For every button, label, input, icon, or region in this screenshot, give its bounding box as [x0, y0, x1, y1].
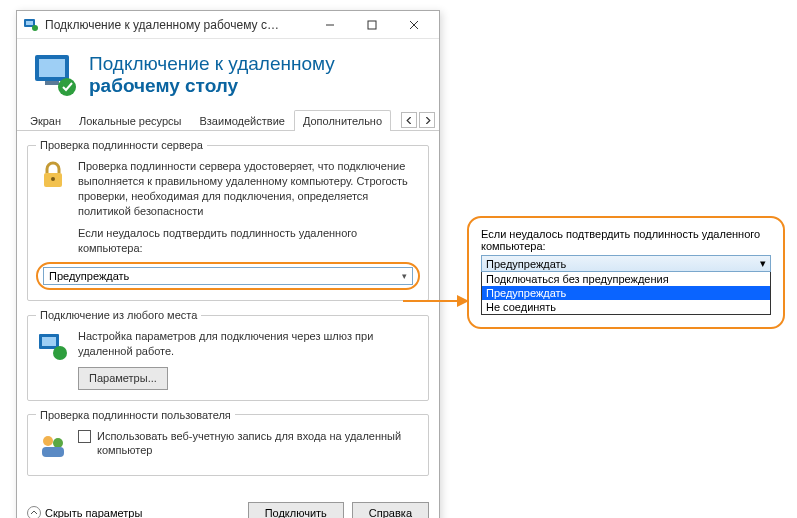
svg-point-10 [58, 78, 76, 96]
group-server-auth: Проверка подлинности сервера Проверка по… [27, 139, 429, 301]
svg-rect-14 [42, 337, 56, 346]
web-account-checkbox[interactable]: Использовать веб-учетную запись для вход… [78, 429, 420, 459]
hide-options-link[interactable]: Скрыть параметры [27, 506, 142, 518]
checkbox-label: Использовать веб-учетную запись для вход… [97, 429, 420, 459]
close-button[interactable] [393, 12, 435, 38]
svg-rect-18 [42, 447, 64, 457]
tab-screen[interactable]: Экран [21, 110, 70, 131]
svg-point-16 [43, 436, 53, 446]
callout-prompt: Если неудалось подтвердить подлинность у… [481, 228, 771, 252]
tab-local-resources[interactable]: Локальные ресурсы [70, 110, 190, 131]
users-icon [36, 429, 70, 465]
maximize-button[interactable] [351, 12, 393, 38]
tab-scroll [401, 112, 435, 130]
callout-arrow-icon [403, 300, 467, 302]
chevron-up-icon [27, 506, 41, 518]
svg-point-2 [32, 25, 38, 31]
group-user-auth-legend: Проверка подлинности пользователя [36, 409, 235, 421]
titlebar[interactable]: Подключение к удаленному рабочему с… [17, 11, 439, 39]
connect-button[interactable]: Подключить [248, 502, 344, 518]
gateway-description: Настройка параметров для подключения чер… [78, 329, 420, 359]
chevron-down-icon: ▾ [760, 257, 766, 270]
dropdown-highlight: Предупреждать ▾ [36, 262, 420, 290]
tab-advanced[interactable]: Дополнительно [294, 110, 391, 131]
minimize-button[interactable] [309, 12, 351, 38]
tab-scroll-left[interactable] [401, 112, 417, 128]
server-auth-prompt: Если неудалось подтвердить подлинность у… [78, 226, 420, 256]
group-server-auth-legend: Проверка подлинности сервера [36, 139, 207, 151]
group-gateway: Подключение из любого места Настройка па… [27, 309, 429, 401]
svg-rect-9 [45, 81, 59, 85]
footer: Скрыть параметры Подключить Справка [17, 494, 439, 518]
banner-title: Подключение к удаленному рабочему столу [89, 53, 335, 97]
rdc-window: Подключение к удаленному рабочему с… Под… [16, 10, 440, 518]
app-icon [23, 17, 39, 33]
callout-option[interactable]: Предупреждать [482, 286, 770, 300]
window-title: Подключение к удаленному рабочему с… [45, 18, 309, 32]
callout-option[interactable]: Подключаться без предупреждения [482, 272, 770, 286]
svg-point-12 [51, 177, 55, 181]
svg-rect-4 [368, 21, 376, 29]
tabstrip: Экран Локальные ресурсы Взаимодействие Д… [17, 109, 439, 131]
gateway-icon [36, 329, 70, 365]
tab-content: Проверка подлинности сервера Проверка по… [17, 131, 439, 494]
dropdown-selected-label: Предупреждать [49, 270, 129, 282]
callout-options-list: Подключаться без предупреждения Предупре… [481, 272, 771, 315]
chevron-down-icon: ▾ [402, 271, 407, 281]
svg-point-15 [53, 346, 67, 360]
lock-icon [36, 159, 70, 195]
tab-interaction[interactable]: Взаимодействие [190, 110, 293, 131]
gateway-settings-button[interactable]: Параметры... [78, 367, 168, 390]
help-button[interactable]: Справка [352, 502, 429, 518]
auth-fail-dropdown[interactable]: Предупреждать ▾ [43, 267, 413, 285]
callout-selected-label: Предупреждать [486, 258, 566, 270]
banner: Подключение к удаленному рабочему столу [17, 39, 439, 109]
callout-dropdown[interactable]: Предупреждать ▾ [481, 255, 771, 272]
svg-rect-1 [26, 21, 33, 25]
server-auth-description: Проверка подлинности сервера удостоверяе… [78, 159, 420, 218]
group-gateway-legend: Подключение из любого места [36, 309, 201, 321]
rdc-logo-icon [31, 51, 79, 99]
tab-scroll-right[interactable] [419, 112, 435, 128]
group-user-auth: Проверка подлинности пользователя Исполь… [27, 409, 429, 476]
dropdown-callout: Если неудалось подтвердить подлинность у… [467, 216, 785, 329]
svg-point-17 [53, 438, 63, 448]
svg-rect-8 [39, 59, 65, 77]
callout-option[interactable]: Не соединять [482, 300, 770, 314]
checkbox-box [78, 430, 91, 443]
